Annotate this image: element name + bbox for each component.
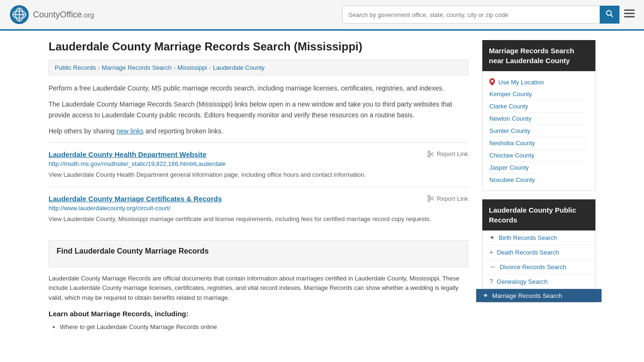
marriage-records-label: Marriage Records Search (492, 292, 562, 299)
menu-button[interactable] (624, 8, 635, 21)
learn-section: Learn about Marriage Records, including:… (49, 310, 468, 332)
search-icon (606, 10, 613, 17)
sidebar-birth-records[interactable]: ✦ Birth Records Search (483, 230, 595, 245)
page-title: Lauderdale County Marriage Records Searc… (49, 40, 468, 53)
main-layout: Lauderdale County Marriage Records Searc… (39, 31, 605, 342)
logo-icon (9, 5, 29, 25)
result-card-2-url: http://www.lauderdalecounty.org/circuit-… (49, 205, 468, 212)
logo-suffix: .org (82, 11, 94, 19)
svg-rect-9 (624, 13, 635, 14)
result-card-2-title[interactable]: Lauderdale County Marriage Certificates … (49, 195, 222, 203)
svg-point-11 (428, 151, 430, 153)
marriage-records-icon: ⚭ (483, 292, 488, 299)
breadcrumb-mississippi[interactable]: Mississippi (177, 64, 207, 71)
report-link-label-1: Report Link (437, 150, 468, 157)
sidebar-clarke-county[interactable]: Clarke County (489, 100, 588, 113)
result-card-1-title[interactable]: Lauderdale County Health Department Webs… (49, 150, 206, 158)
description-3: Help others by sharing new links and rep… (49, 126, 468, 136)
sidebar-nearby-body: Use My Location Kemper County Clarke Cou… (482, 71, 595, 191)
site-header: CountyOffice.org (0, 0, 644, 31)
svg-point-15 (428, 196, 430, 198)
svg-point-16 (428, 199, 430, 202)
find-section-text: Lauderdale County Marriage Records are o… (49, 274, 468, 303)
learn-title: Learn about Marriage Records, including: (49, 310, 468, 318)
result-card-1-url: http://msdh.ms.gov/msdhsite/_static/19,8… (49, 160, 468, 167)
learn-list: Where to get Lauderdale County Marriage … (49, 321, 468, 332)
find-section: Find Lauderdale County Marriage Records (49, 240, 468, 267)
result-card-2: Lauderdale County Marriage Certificates … (49, 187, 468, 231)
svg-point-19 (491, 80, 494, 82)
sidebar-nearby-header: Marriage Records Search near Lauderdale … (482, 40, 595, 71)
result-card-2-desc: View Lauderdale County, Mississippi marr… (49, 214, 468, 224)
breadcrumb-sep-1: › (98, 64, 99, 71)
svg-line-7 (611, 15, 613, 17)
find-section-title: Find Lauderdale County Marriage Records (57, 247, 460, 255)
sidebar-sumter-county[interactable]: Sumter County (489, 125, 588, 137)
genealogy-icon: ? (489, 278, 493, 285)
sidebar-neshoba-county[interactable]: Neshoba County (489, 137, 588, 149)
new-links-link[interactable]: new links (116, 127, 144, 135)
sidebar-choctaw-county[interactable]: Choctaw County (489, 149, 588, 162)
sidebar-noxubee-county[interactable]: Noxubee County (489, 174, 588, 186)
description-1: Perform a free Lauderdale County, MS pub… (49, 83, 468, 93)
sidebar-newton-county[interactable]: Newton County (489, 113, 588, 125)
logo-text: CountyOffice.org (33, 10, 94, 20)
search-area (342, 6, 635, 24)
desc3-suffix: and reporting broken links. (144, 127, 223, 135)
birth-records-icon: ✦ (489, 234, 495, 241)
result-card-1-header: Lauderdale County Health Department Webs… (49, 150, 468, 158)
sidebar-death-records[interactable]: + Death Records Search (483, 245, 595, 260)
hamburger-icon (624, 9, 635, 18)
death-records-icon: + (489, 248, 493, 256)
use-my-location-label: Use My Location (498, 79, 544, 86)
scissors-icon-1 (427, 150, 435, 158)
description-2: The Lauderdale County Marriage Records S… (49, 99, 468, 120)
breadcrumb-sep-3: › (209, 64, 211, 71)
result-card-2-header: Lauderdale County Marriage Certificates … (49, 195, 468, 203)
breadcrumb: Public Records › Marriage Records Search… (49, 60, 468, 75)
desc3-prefix: Help others by sharing (49, 127, 116, 135)
use-my-location-btn[interactable]: Use My Location (489, 76, 544, 88)
genealogy-label: Genealogy Search (497, 278, 548, 285)
breadcrumb-county[interactable]: Lauderdale County (213, 64, 264, 71)
report-link-btn-1[interactable]: Report Link (427, 150, 468, 158)
divorce-records-label: Divorce Records Search (500, 263, 566, 271)
result-card-1-desc: View Lauderdale County Health Department… (49, 170, 468, 180)
svg-rect-8 (624, 9, 635, 11)
main-content: Lauderdale County Marriage Records Searc… (49, 40, 468, 332)
svg-rect-10 (624, 16, 635, 17)
location-pin-icon (489, 78, 495, 86)
sidebar-genealogy-search[interactable]: ? Genealogy Search (483, 274, 595, 289)
divorce-records-icon: ↔ (489, 263, 496, 271)
sidebar: Marriage Records Search near Lauderdale … (482, 40, 595, 332)
report-link-btn-2[interactable]: Report Link (427, 195, 468, 202)
search-button[interactable] (600, 6, 619, 24)
sidebar-kemper-county[interactable]: Kemper County (489, 88, 588, 100)
sidebar-public-records-header: Lauderdale County Public Records (482, 199, 595, 230)
scissors-icon-2 (427, 195, 435, 202)
sidebar-jasper-county[interactable]: Jasper County (489, 162, 588, 174)
sidebar-nearby-section: Marriage Records Search near Lauderdale … (482, 40, 595, 191)
sidebar-public-records-body: ✦ Birth Records Search + Death Records S… (482, 230, 595, 303)
site-logo[interactable]: CountyOffice.org (9, 5, 94, 25)
svg-point-12 (428, 155, 430, 157)
breadcrumb-sep-2: › (173, 64, 175, 71)
sidebar-public-records-section: Lauderdale County Public Records ✦ Birth… (482, 199, 595, 303)
logo-main-text: CountyOffice (33, 10, 82, 19)
birth-records-label: Birth Records Search (499, 234, 557, 241)
breadcrumb-public-records[interactable]: Public Records (55, 64, 96, 71)
death-records-label: Death Records Search (497, 249, 559, 256)
svg-point-6 (607, 11, 611, 16)
result-card-1: Lauderdale County Health Department Webs… (49, 142, 468, 187)
learn-list-item-1: Where to get Lauderdale County Marriage … (60, 321, 468, 332)
sidebar-marriage-records[interactable]: ⚭ Marriage Records Search (476, 289, 602, 302)
search-input[interactable] (342, 6, 600, 24)
breadcrumb-marriage-records[interactable]: Marriage Records Search (102, 64, 172, 71)
report-link-label-2: Report Link (437, 195, 468, 202)
sidebar-divorce-records[interactable]: ↔ Divorce Records Search (483, 260, 595, 274)
